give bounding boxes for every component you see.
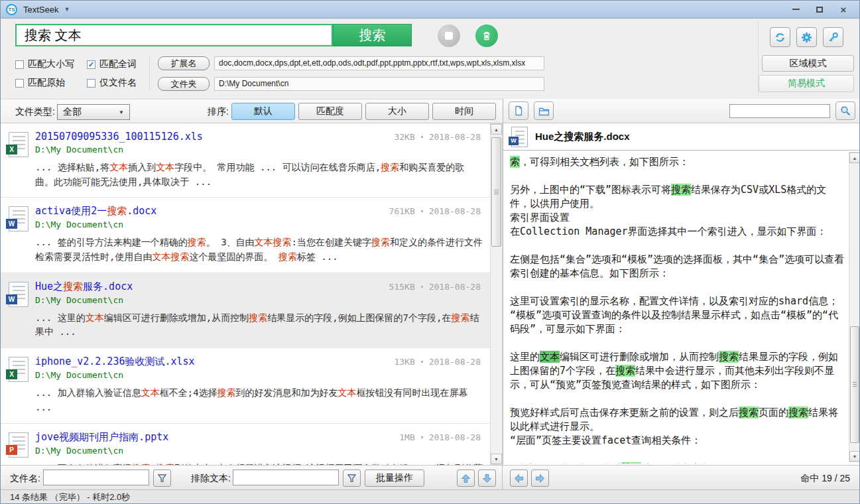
folder-button[interactable]: 文件夹 xyxy=(158,77,210,91)
preview-body[interactable]: 索，可得到相关文档列表，如下图所示：另外，上图中的“下载”图标表示可将搜索结果保… xyxy=(503,151,847,464)
sort-button-大小[interactable]: 大小 xyxy=(365,103,429,120)
word-file-icon: W xyxy=(9,281,29,340)
result-snippet: ... 加入群输入验证信息文本框不全;4选择搜索到的好发消息和加为好友文本框按钮… xyxy=(35,386,483,414)
match-highlight: 索 xyxy=(510,156,520,168)
match-highlight: 搜索 xyxy=(107,205,127,217)
preview-paragraph: 这里的文本编辑区可进行删除或增加，从而控制搜索结果显示的字段，例如上图保留的7个… xyxy=(510,350,845,392)
preview-blank-line xyxy=(510,169,845,183)
checkbox-icon[interactable] xyxy=(15,60,24,69)
checkbox-option-1[interactable]: ✓匹配全词 xyxy=(87,58,141,70)
extensions-button[interactable]: 扩展名 xyxy=(158,56,210,70)
text-segment: 插入到 xyxy=(128,162,156,172)
results-list: X20150709095336_100115126.xls32KB2018-08… xyxy=(1,123,490,465)
match-highlight: 搜索 xyxy=(621,462,641,464)
scroll-up-icon[interactable]: ▲ xyxy=(491,124,502,135)
preview-blank-line xyxy=(510,448,845,462)
preview-blank-line xyxy=(510,336,845,350)
file-size: 761KB xyxy=(389,206,415,216)
sort-button-匹配度[interactable]: 匹配度 xyxy=(298,103,362,120)
sort-button-时间[interactable]: 时间 xyxy=(432,103,496,120)
preview-blank-line xyxy=(510,392,845,406)
preview-scrollbar[interactable]: ▲ ▼ xyxy=(849,152,860,462)
result-filename-link[interactable]: jove视频期刊用户指南.pptx xyxy=(35,431,168,444)
scroll-up-icon[interactable]: ▲ xyxy=(849,153,860,163)
match-highlight: 文本 xyxy=(338,387,357,398)
result-item[interactable]: Pjove视频期刊用户指南.pptx1MB2018-08-28D:\My Doc… xyxy=(1,424,490,466)
settings-button[interactable] xyxy=(796,27,817,47)
maximize-button[interactable] xyxy=(813,4,826,15)
next-hit-button[interactable] xyxy=(531,470,549,487)
scroll-down-icon[interactable]: ▼ xyxy=(849,451,860,462)
close-button[interactable]: × xyxy=(837,4,850,15)
extensions-field[interactable]: doc,docm,docx,dps,dpt,et,ett,odp,ods,odt… xyxy=(214,56,544,70)
preview-panel: W Hue之搜索服务.docx 索，可得到相关文档列表，如下图所示：另外，上图中… xyxy=(503,99,860,465)
result-item[interactable]: X20150709095336_100115126.xls32KB2018-08… xyxy=(1,123,490,198)
simple-mode-button[interactable]: 简易模式 xyxy=(759,75,854,92)
preview-scrollbar-thumb[interactable] xyxy=(850,326,859,443)
text-segment: 左侧是包括“集合”选项和“模板”选项的选择面板，其中“集合”选项可以查看索引创建… xyxy=(510,253,844,279)
preview-paragraph: 另外，上图中的“下载”图标表示可将搜索结果保存为CSV或XLS格式的文件，以供用… xyxy=(510,183,845,211)
minimize-button[interactable] xyxy=(789,4,802,15)
filename-filter-input[interactable] xyxy=(43,470,149,485)
checkbox-option-2[interactable]: 匹配原始 xyxy=(15,77,87,89)
file-date: 2018-08-28 xyxy=(429,206,481,216)
open-folder-button[interactable] xyxy=(534,101,554,120)
result-item[interactable]: WHue之搜索服务.docx515KB2018-08-28D:\My Docum… xyxy=(1,273,490,348)
sort-button-默认[interactable]: 默认 xyxy=(231,103,295,120)
result-filename-link[interactable]: 20150709095336_100115126.xls xyxy=(35,131,203,143)
clear-results-button[interactable] xyxy=(475,25,498,47)
scroll-result-up-button[interactable] xyxy=(457,470,475,487)
text-segment: ... 这里的 xyxy=(35,312,86,323)
result-item[interactable]: Wactiva使用2一搜索.docx761KB2018-08-28D:\My D… xyxy=(1,198,490,273)
previous-hit-button[interactable] xyxy=(510,470,528,487)
folder-field[interactable]: D:\My Document\cn xyxy=(214,77,544,91)
checkbox-icon[interactable] xyxy=(87,79,95,88)
search-button[interactable]: 搜索 xyxy=(333,24,412,46)
checkbox-option-3[interactable]: 仅文件名 xyxy=(87,77,141,89)
results-scrollbar[interactable]: ▲ ▼ xyxy=(490,123,503,465)
refresh-index-button[interactable] xyxy=(770,27,790,47)
result-filename-link[interactable]: Hue之搜索服务.docx xyxy=(35,281,133,293)
checkbox-option-0[interactable]: 匹配大小写 xyxy=(15,58,87,70)
license-button[interactable] xyxy=(823,27,843,47)
app-menu-caret-icon[interactable]: ▼ xyxy=(64,6,70,13)
filename-filter-button[interactable] xyxy=(153,470,171,487)
preview-search-button[interactable] xyxy=(835,101,855,120)
scroll-result-down-button[interactable] xyxy=(478,470,496,487)
match-highlight: 搜索 xyxy=(371,237,390,247)
result-filename-link[interactable]: activa使用2一搜索.docx xyxy=(35,205,156,218)
result-item[interactable]: Xiphone_v2.2.236验收测试.xlsx13KB2018-08-28D… xyxy=(1,348,490,423)
match-highlight: 文本 xyxy=(86,312,104,323)
separator-dot xyxy=(421,136,423,138)
result-file-path: D:\My Document\cn xyxy=(35,446,483,456)
region-mode-button[interactable]: 区域模式 xyxy=(762,55,854,72)
results-scrollbar-thumb[interactable] xyxy=(491,137,501,247)
checkbox-label: 匹配原始 xyxy=(28,77,65,89)
stop-button[interactable] xyxy=(438,25,460,47)
scroll-down-icon[interactable]: ▼ xyxy=(491,454,502,464)
text-segment: 到的好发消息和加为好友 xyxy=(236,387,338,398)
preview-search-input[interactable] xyxy=(729,104,830,118)
checkbox-label: 匹配全词 xyxy=(99,58,137,70)
match-highlight: 搜索 xyxy=(615,365,635,377)
trash-icon xyxy=(481,31,492,41)
file-type-select[interactable]: 全部 ▼ xyxy=(57,104,130,120)
exclude-text-label: 排除文本: xyxy=(191,473,231,485)
search-input[interactable] xyxy=(15,24,333,46)
match-highlight: 搜索 xyxy=(278,251,297,262)
match-highlight: 搜索 xyxy=(249,312,267,323)
exclude-text-filter-button[interactable] xyxy=(343,470,361,487)
open-file-button[interactable] xyxy=(509,101,528,120)
text-segment: 字段中。 常用功能 ... 可以访问在线音乐商店, xyxy=(174,162,381,172)
text-segment: 另外，上图中的“下载”图标表示可将 xyxy=(510,184,671,196)
checkbox-checked-icon[interactable]: ✓ xyxy=(87,60,95,69)
status-bar: 14 条结果 （完毕） - 耗时2.0秒 xyxy=(1,489,860,504)
result-filename-link[interactable]: iphone_v2.2.236验收测试.xlsx xyxy=(35,355,195,368)
text-segment: activa使用2一 xyxy=(35,205,107,217)
text-segment: ... 签的引导方法来构建一个精确的 xyxy=(35,237,188,247)
preview-blank-line xyxy=(510,281,845,294)
exclude-text-input[interactable] xyxy=(233,470,339,485)
batch-operation-button[interactable]: 批量操作 xyxy=(365,470,424,487)
checkbox-icon[interactable] xyxy=(15,79,24,88)
file-date: 2018-08-28 xyxy=(429,132,481,142)
